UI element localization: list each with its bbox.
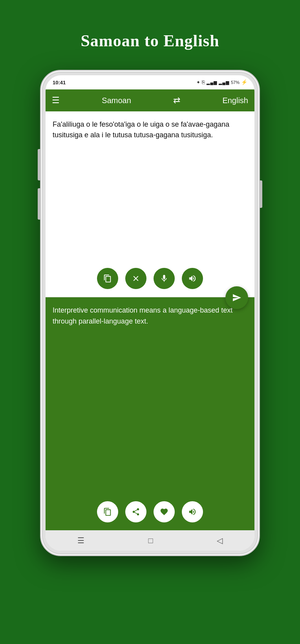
signal-icon: ▂▄▆ xyxy=(207,80,217,85)
send-icon xyxy=(232,293,241,302)
swap-languages-button[interactable]: ⇄ xyxy=(173,95,180,106)
target-language-label[interactable]: English xyxy=(222,96,248,105)
nav-home-icon[interactable]: □ xyxy=(148,536,153,545)
send-button[interactable] xyxy=(225,286,248,309)
battery-text: 57% xyxy=(231,80,240,85)
status-bar: 10:41 ✦ ⎘ ▂▄▆ ▂▄▆ 57% ⚡ xyxy=(46,75,254,89)
speaker-input-button[interactable] xyxy=(182,268,203,289)
output-text: Interpretive communication means a langu… xyxy=(53,305,247,327)
nav-menu-icon[interactable]: ☰ xyxy=(77,536,84,545)
battery-icon: ⚡ xyxy=(241,79,247,86)
output-action-buttons xyxy=(53,497,247,526)
app-header: ☰ Samoan ⇄ English xyxy=(46,89,254,111)
phone-screen: 10:41 ✦ ⎘ ▂▄▆ ▂▄▆ 57% ⚡ ☰ Samoan ⇄ Engli… xyxy=(46,75,254,551)
output-area: Interpretive communication means a langu… xyxy=(46,297,254,530)
favorite-button[interactable] xyxy=(154,501,175,522)
bluetooth-icon: ✦ xyxy=(196,80,200,86)
input-area: Fa'aliliuga o le feso'ota'iga o le uiga … xyxy=(46,111,254,297)
page-title: Samoan to English xyxy=(80,31,219,50)
input-text[interactable]: Fa'aliliuga o le feso'ota'iga o le uiga … xyxy=(53,119,247,140)
microphone-icon xyxy=(160,274,168,283)
clear-button[interactable] xyxy=(125,268,146,289)
wifi-icon: ⎘ xyxy=(202,79,205,86)
status-time: 10:41 xyxy=(53,80,66,86)
signal-icon-2: ▂▄▆ xyxy=(219,80,229,85)
input-action-buttons xyxy=(53,264,247,293)
heart-icon xyxy=(160,508,168,516)
speaker-input-icon xyxy=(188,274,197,283)
copy-icon xyxy=(103,508,112,516)
phone-mockup: 10:41 ✦ ⎘ ▂▄▆ ▂▄▆ 57% ⚡ ☰ Samoan ⇄ Engli… xyxy=(40,70,260,556)
nav-back-icon[interactable]: ◁ xyxy=(217,536,223,545)
speaker-output-button[interactable] xyxy=(182,501,203,522)
speaker-output-icon xyxy=(188,508,197,516)
menu-button[interactable]: ☰ xyxy=(52,95,60,106)
microphone-button[interactable] xyxy=(154,268,175,289)
clipboard-button[interactable] xyxy=(97,268,118,289)
navigation-bar: ☰ □ ◁ xyxy=(46,530,254,551)
clipboard-icon xyxy=(103,274,112,283)
copy-output-button[interactable] xyxy=(97,501,118,522)
clear-icon xyxy=(132,274,140,283)
status-icons: ✦ ⎘ ▂▄▆ ▂▄▆ 57% ⚡ xyxy=(196,79,247,86)
share-icon xyxy=(132,508,140,516)
share-button[interactable] xyxy=(125,501,146,522)
source-language-label[interactable]: Samoan xyxy=(102,96,131,105)
